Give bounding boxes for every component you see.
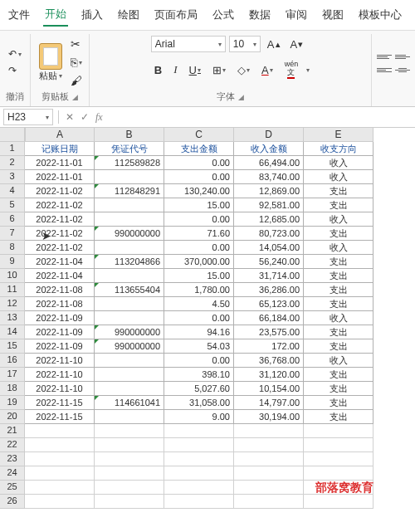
ribbon-tab-3[interactable]: 绘图 [116,4,141,26]
in-cell[interactable]: 172.00 [234,339,304,354]
empty-cell[interactable] [95,438,164,452]
table-header-cell[interactable]: 收支方向 [304,142,374,156]
dir-cell[interactable]: 支出 [304,396,374,410]
dir-cell[interactable]: 支出 [304,339,374,354]
voucher-cell[interactable] [95,354,164,368]
voucher-cell[interactable]: 990000000 [95,325,164,339]
in-cell[interactable]: 12,685.00 [234,212,304,227]
spreadsheet-grid[interactable]: ABCDE 1记账日期凭证代号支出金额收入金额收支方向22022-11-0111… [0,128,415,509]
dir-cell[interactable]: 收入 [304,241,374,255]
out-cell[interactable]: 5,027.60 [164,382,234,396]
date-cell[interactable]: 2022-11-10 [25,354,95,368]
row-header[interactable]: 15 [0,339,25,354]
date-cell[interactable]: 2022-11-02 [25,198,95,212]
empty-cell[interactable] [164,481,234,495]
date-cell[interactable]: 2022-11-02 [25,212,95,227]
table-header-cell[interactable]: 收入金额 [234,142,304,156]
empty-cell[interactable] [164,424,234,438]
in-cell[interactable]: 83,740.00 [234,170,304,184]
out-cell[interactable]: 130,240.00 [164,184,234,198]
date-cell[interactable]: 2022-11-08 [25,297,95,311]
font-name-select[interactable]: Arial▾ [151,36,226,52]
empty-cell[interactable] [25,495,95,509]
in-cell[interactable]: 14,797.00 [234,396,304,410]
row-header[interactable]: 20 [0,410,25,424]
in-cell[interactable]: 31,714.00 [234,269,304,283]
out-cell[interactable]: 0.00 [164,156,234,170]
col-header[interactable]: A [25,128,95,142]
empty-cell[interactable] [304,466,374,481]
confirm-formula-button[interactable]: ✓ [79,111,90,124]
in-cell[interactable]: 30,194.00 [234,410,304,424]
dir-cell[interactable]: 支出 [304,325,374,339]
empty-cell[interactable] [25,481,95,495]
out-cell[interactable]: 0.00 [164,212,234,227]
row-header[interactable]: 4 [0,184,25,198]
font-size-select[interactable]: 10▾ [229,36,261,52]
empty-cell[interactable] [304,495,374,509]
voucher-cell[interactable]: 990000000 [95,227,164,241]
dir-cell[interactable]: 支出 [304,368,374,382]
dir-cell[interactable]: 支出 [304,410,374,424]
row-header[interactable]: 18 [0,382,25,396]
table-header-cell[interactable]: 凭证代号 [95,142,164,156]
row-header[interactable]: 14 [0,325,25,339]
empty-cell[interactable] [304,438,374,452]
col-header[interactable]: B [95,128,164,142]
row-header[interactable]: 23 [0,452,25,466]
voucher-cell[interactable]: 113204866 [95,255,164,269]
voucher-cell[interactable] [95,297,164,311]
name-box[interactable]: H23▾ [3,109,53,125]
in-cell[interactable]: 14,054.00 [234,241,304,255]
table-header-cell[interactable]: 记账日期 [25,142,95,156]
out-cell[interactable]: 398.10 [164,368,234,382]
fill-color-button[interactable]: ◇▾ [234,62,253,78]
empty-cell[interactable] [234,438,304,452]
empty-cell[interactable] [234,481,304,495]
out-cell[interactable]: 0.00 [164,241,234,255]
underline-button[interactable]: U▾ [186,62,204,78]
dir-cell[interactable]: 支出 [304,198,374,212]
empty-cell[interactable] [164,466,234,481]
voucher-cell[interactable]: 112848291 [95,184,164,198]
in-cell[interactable]: 31,120.00 [234,368,304,382]
date-cell[interactable]: 2022-11-04 [25,255,95,269]
row-header[interactable]: 5 [0,198,25,212]
empty-cell[interactable] [234,495,304,509]
voucher-cell[interactable] [95,269,164,283]
out-cell[interactable]: 370,000.00 [164,255,234,269]
empty-cell[interactable] [25,466,95,481]
col-header[interactable]: E [304,128,374,142]
voucher-cell[interactable]: 112589828 [95,156,164,170]
fx-button[interactable]: fx [94,111,105,124]
redo-button[interactable]: ↷ [5,63,25,78]
out-cell[interactable]: 1,780.00 [164,283,234,297]
dir-cell[interactable]: 支出 [304,297,374,311]
cut-button[interactable]: ✂ [69,36,84,52]
align-center-button[interactable] [395,65,410,76]
row-header[interactable]: 22 [0,438,25,452]
empty-cell[interactable] [25,452,95,466]
dir-cell[interactable]: 收入 [304,156,374,170]
in-cell[interactable]: 80,723.00 [234,227,304,241]
dir-cell[interactable]: 收入 [304,170,374,184]
out-cell[interactable]: 94.16 [164,325,234,339]
row-header[interactable]: 25 [0,481,25,495]
in-cell[interactable]: 66,184.00 [234,311,304,325]
voucher-cell[interactable] [95,410,164,424]
row-header[interactable]: 21 [0,424,25,438]
dir-cell[interactable]: 支出 [304,227,374,241]
select-all-corner[interactable] [0,128,25,142]
phonetic-button[interactable]: wén文 [281,59,302,81]
in-cell[interactable]: 23,575.00 [234,325,304,339]
date-cell[interactable]: 2022-11-10 [25,368,95,382]
voucher-cell[interactable] [95,311,164,325]
col-header[interactable]: C [164,128,234,142]
row-header[interactable]: 19 [0,396,25,410]
ribbon-tab-5[interactable]: 公式 [211,4,236,26]
in-cell[interactable]: 36,768.00 [234,354,304,368]
date-cell[interactable]: 2022-11-02 [25,241,95,255]
in-cell[interactable]: 10,154.00 [234,382,304,396]
row-header[interactable]: 8 [0,241,25,255]
undo-button[interactable]: ↶▾ [5,46,25,61]
